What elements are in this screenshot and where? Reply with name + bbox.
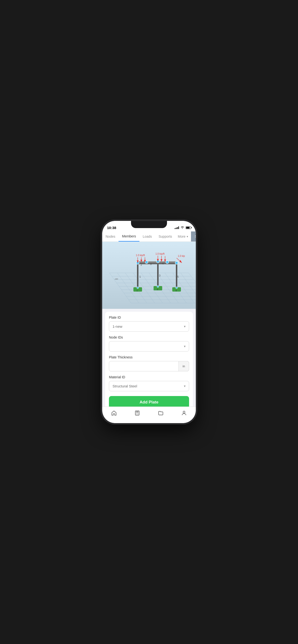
svg-point-64 <box>138 414 138 414</box>
tab-more[interactable]: More ▼ <box>175 232 191 241</box>
svg-point-65 <box>183 411 185 413</box>
svg-text:4: 4 <box>157 288 158 290</box>
svg-text:1.0 kip/ft: 1.0 kip/ft <box>156 252 165 255</box>
thickness-unit: in <box>179 361 189 371</box>
status-icons <box>175 226 191 230</box>
status-time: 10:38 <box>107 226 116 230</box>
svg-point-35 <box>157 286 159 288</box>
material-id-select[interactable]: Structural Steel Aluminum Concrete Custo… <box>109 381 189 391</box>
plate-id-group: Plate ID 1-new ▼ <box>109 316 189 332</box>
svg-rect-0 <box>102 242 196 309</box>
nav-calculator[interactable] <box>129 409 145 418</box>
node-ids-select-wrapper: ▼ <box>109 341 189 352</box>
tab-bar: Nodes Members Loads Supports More ▼ Solv… <box>102 232 196 242</box>
svg-rect-26 <box>138 263 177 264</box>
nav-home[interactable] <box>106 409 122 418</box>
tab-nodes[interactable]: Nodes <box>102 232 118 241</box>
solve-button[interactable]: Solve <box>191 232 196 242</box>
tab-supports[interactable]: Supports <box>155 232 175 241</box>
phone-frame: 10:38 <box>102 221 196 423</box>
node-2 <box>145 261 148 264</box>
form-card: Plate ID 1-new ▼ Node IDs <box>105 312 193 406</box>
svg-point-59 <box>136 413 136 414</box>
signal-icon <box>175 226 179 229</box>
svg-point-63 <box>137 414 137 414</box>
structure-svg: 2 3 4 1 3 5 1 4 6 <box>102 242 196 309</box>
svg-text:1: 1 <box>139 276 141 278</box>
node-5 <box>175 262 178 264</box>
svg-rect-58 <box>136 412 138 412</box>
plate-id-select-wrapper: 1-new ▼ <box>109 321 189 332</box>
plate-thickness-wrapper: in <box>109 361 189 371</box>
add-plate-button[interactable]: Add Plate <box>109 396 189 406</box>
wifi-icon <box>181 226 184 230</box>
svg-text:1.0 kip/ft: 1.0 kip/ft <box>136 254 145 256</box>
node-ids-label: Node IDs <box>109 336 189 339</box>
svg-text:1.0 kip: 1.0 kip <box>178 255 185 257</box>
home-icon <box>111 410 117 417</box>
tab-members[interactable]: Members <box>118 232 139 242</box>
svg-point-33 <box>137 287 139 289</box>
svg-text:6: 6 <box>176 290 177 292</box>
plate-thickness-input[interactable] <box>109 361 189 371</box>
svg-text:5: 5 <box>177 276 179 278</box>
svg-point-60 <box>137 413 137 414</box>
svg-point-61 <box>138 413 138 414</box>
svg-text:2: 2 <box>140 264 142 266</box>
svg-point-62 <box>136 414 136 414</box>
tab-loads[interactable]: Loads <box>139 232 155 241</box>
material-id-label: Material ID <box>109 375 189 379</box>
svg-point-37 <box>176 287 178 289</box>
plate-id-label: Plate ID <box>109 316 189 319</box>
battery-icon <box>186 226 191 229</box>
material-id-group: Material ID Structural Steel Aluminum Co… <box>109 375 189 391</box>
content-area: Plate ID 1-new ▼ Node IDs <box>102 309 196 406</box>
notch <box>131 221 167 228</box>
svg-text:3: 3 <box>150 263 152 266</box>
3d-viewer[interactable]: 2 3 4 1 3 5 1 4 6 <box>102 242 196 309</box>
chevron-down-icon: ▼ <box>186 235 189 238</box>
nav-profile[interactable] <box>176 409 192 418</box>
material-id-select-wrapper: Structural Steel Aluminum Concrete Custo… <box>109 381 189 391</box>
profile-icon <box>181 410 187 417</box>
plate-thickness-group: Plate Thickness in <box>109 355 189 371</box>
node-4 <box>166 261 169 264</box>
svg-text:-180: -180 <box>114 278 118 280</box>
calculator-icon <box>134 410 140 417</box>
plate-id-select[interactable]: 1-new <box>109 321 189 332</box>
screen: 10:38 <box>102 221 196 423</box>
node-ids-group: Node IDs ▼ <box>109 336 189 352</box>
plate-thickness-label: Plate Thickness <box>109 355 189 359</box>
node-ids-select[interactable] <box>109 341 189 352</box>
svg-text:4: 4 <box>162 262 164 265</box>
svg-text:3: 3 <box>159 274 161 277</box>
bottom-nav <box>102 406 196 423</box>
nav-folder[interactable] <box>153 409 169 418</box>
folder-icon <box>158 410 164 417</box>
svg-text:1: 1 <box>136 290 138 292</box>
